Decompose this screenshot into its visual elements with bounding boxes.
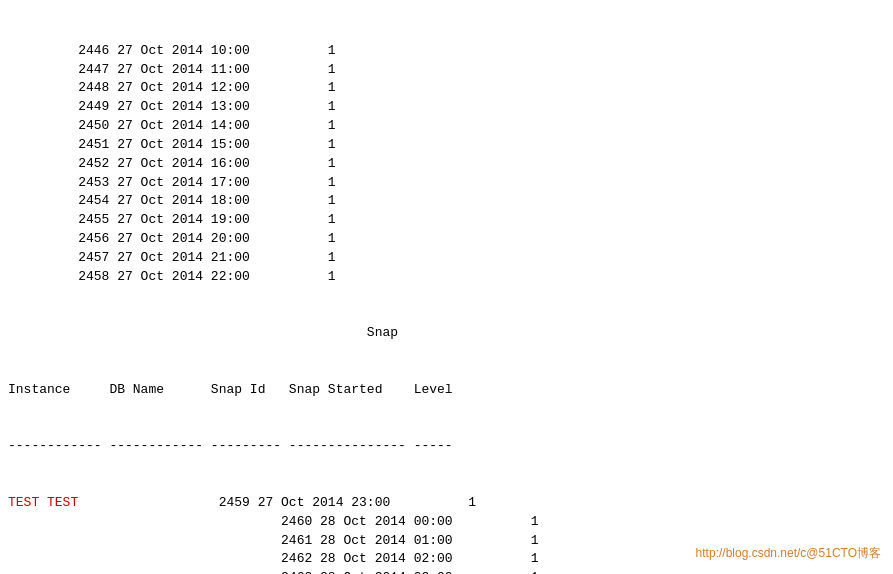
instance-label: TEST xyxy=(8,495,39,510)
snap-header-line: Snap xyxy=(8,324,885,343)
dbname-label: TEST xyxy=(39,495,148,510)
data-row: TEST TEST 2459 27 Oct 2014 23:00 1 xyxy=(8,494,885,513)
pre-row: 2458 27 Oct 2014 22:00 1 xyxy=(8,268,885,287)
watermark: http://blog.csdn.net/c@51CTO博客 xyxy=(696,545,881,562)
pre-row: 2450 27 Oct 2014 14:00 1 xyxy=(8,117,885,136)
pre-row: 2457 27 Oct 2014 21:00 1 xyxy=(8,249,885,268)
pre-row: 2455 27 Oct 2014 19:00 1 xyxy=(8,211,885,230)
pre-row: 2456 27 Oct 2014 20:00 1 xyxy=(8,230,885,249)
pre-row: 2453 27 Oct 2014 17:00 1 xyxy=(8,174,885,193)
pre-row: 2446 27 Oct 2014 10:00 1 xyxy=(8,42,885,61)
col-dividers: ------------ ------------ --------- ----… xyxy=(8,437,885,456)
pre-row: 2449 27 Oct 2014 13:00 1 xyxy=(8,98,885,117)
row-data: 2459 27 Oct 2014 23:00 1 xyxy=(148,495,476,510)
col-headers: Instance DB Name Snap Id Snap Started Le… xyxy=(8,381,885,400)
main-content: 2446 27 Oct 2014 10:00 1 2447 27 Oct 201… xyxy=(8,4,885,574)
pre-row: 2448 27 Oct 2014 12:00 1 xyxy=(8,79,885,98)
pre-row: 2454 27 Oct 2014 18:00 1 xyxy=(8,192,885,211)
data-row: 2460 28 Oct 2014 00:00 1 xyxy=(8,513,885,532)
pre-row: 2452 27 Oct 2014 16:00 1 xyxy=(8,155,885,174)
pre-row: 2451 27 Oct 2014 15:00 1 xyxy=(8,136,885,155)
pre-rows: 2446 27 Oct 2014 10:00 1 2447 27 Oct 201… xyxy=(8,42,885,287)
data-row: 2463 28 Oct 2014 03:00 1 xyxy=(8,569,885,574)
pre-row: 2447 27 Oct 2014 11:00 1 xyxy=(8,61,885,80)
